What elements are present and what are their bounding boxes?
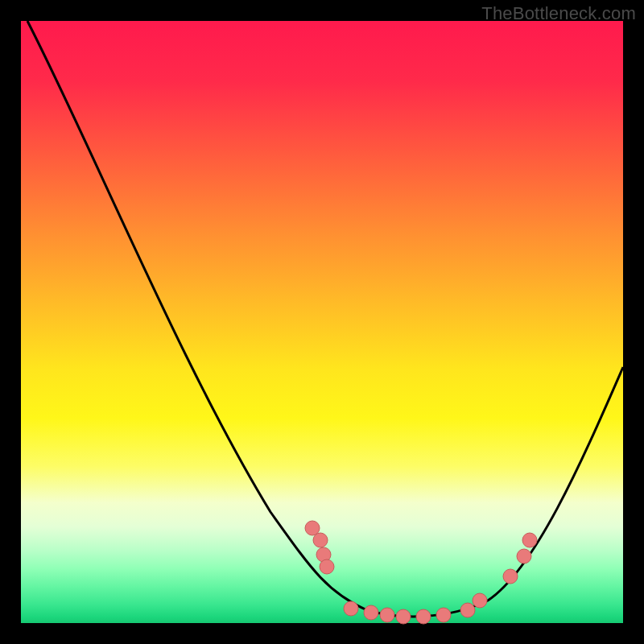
marker-point (320, 559, 334, 574)
chart-frame: TheBottleneck.com (0, 0, 644, 644)
marker-point (517, 549, 531, 564)
marker-point (473, 593, 487, 608)
marker-point (396, 609, 411, 624)
attribution-text: TheBottleneck.com (481, 3, 636, 24)
chart-svg (21, 21, 623, 623)
marker-point (436, 608, 451, 622)
marker-point (344, 601, 358, 616)
marker-point (364, 605, 378, 620)
marker-point (380, 608, 394, 622)
marker-point (460, 603, 475, 617)
plot-area (21, 21, 623, 623)
marker-point (416, 609, 431, 624)
marker-group (305, 521, 537, 624)
marker-point (503, 569, 518, 584)
bottleneck-curve (27, 21, 623, 617)
marker-point (313, 533, 328, 547)
marker-point (522, 533, 537, 547)
